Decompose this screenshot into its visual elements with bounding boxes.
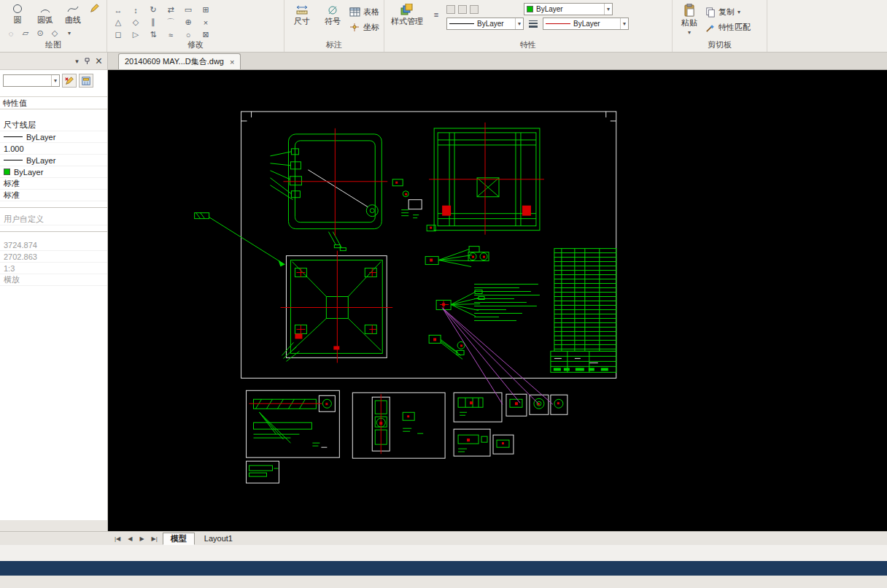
property-row[interactable]: 用户自定义 bbox=[0, 214, 107, 225]
property-row[interactable]: 横放 bbox=[0, 274, 107, 286]
linetype-preview bbox=[4, 136, 23, 137]
calculator-button[interactable] bbox=[79, 74, 93, 88]
color-swatch-icon bbox=[4, 169, 10, 175]
property-row[interactable]: 2702.863 bbox=[0, 251, 107, 263]
curve-label: 曲线 bbox=[65, 15, 81, 26]
paste-button[interactable]: 粘贴 ▾ bbox=[676, 1, 702, 36]
property-value: ByLayer bbox=[26, 133, 55, 142]
palette-body: ▾ 特性值 尺寸线层 bbox=[0, 69, 107, 520]
modify-tool-icon: ↻ bbox=[150, 5, 156, 15]
modify-tool-button[interactable]: ⌒ bbox=[163, 16, 178, 28]
curve-button[interactable]: 曲线 bbox=[59, 1, 87, 26]
modify-tool-icon: ⊞ bbox=[202, 5, 209, 15]
table-button[interactable]: 表格 bbox=[349, 5, 379, 19]
props-mini-icon[interactable] bbox=[446, 5, 455, 14]
property-row[interactable]: 标准 bbox=[0, 190, 107, 201]
property-row[interactable]: ByLayer bbox=[0, 166, 107, 178]
model-canvas[interactable] bbox=[108, 70, 887, 531]
modify-tool-button[interactable]: △ bbox=[111, 16, 125, 28]
modify-tool-button[interactable]: ▭ bbox=[181, 4, 195, 16]
modify-tool-button[interactable]: ⇄ bbox=[163, 4, 178, 16]
property-row[interactable]: 尺寸线层 bbox=[0, 120, 107, 131]
property-row[interactable]: 1.000 bbox=[0, 143, 107, 155]
property-value: 标准 bbox=[4, 190, 20, 201]
property-value: 标准 bbox=[4, 178, 20, 189]
modify-tool-button[interactable]: ⊕ bbox=[181, 16, 195, 28]
chevron-down-icon: ▾ bbox=[688, 29, 691, 36]
dimension-label: 尺寸 bbox=[294, 16, 310, 27]
linetype2-value: ByLayer bbox=[573, 20, 600, 28]
property-value: ByLayer bbox=[26, 156, 55, 165]
chevron-down-icon[interactable]: ▾ bbox=[75, 58, 79, 65]
chevron-down-icon: ▾ bbox=[51, 75, 59, 86]
property-row[interactable]: ByLayer bbox=[0, 155, 107, 166]
draw-tool-icon: ⊙ bbox=[36, 28, 43, 38]
dimension-button[interactable]: 尺寸 bbox=[288, 1, 316, 34]
coordinate-label: 坐标 bbox=[363, 22, 379, 33]
modify-tool-button[interactable]: ↔ bbox=[111, 4, 125, 16]
style-manager-icon bbox=[400, 4, 414, 15]
close-icon[interactable]: × bbox=[230, 58, 234, 66]
next-tab-button[interactable]: ▶ bbox=[136, 535, 147, 542]
match-properties-icon bbox=[705, 23, 716, 33]
property-row[interactable]: 3724.874 bbox=[0, 239, 107, 251]
property-row[interactable]: 标准 bbox=[0, 178, 107, 190]
command-bar[interactable] bbox=[0, 561, 887, 576]
linetype-value: ByLayer bbox=[477, 20, 504, 28]
lineweight-button[interactable] bbox=[527, 18, 540, 30]
property-value: 横放 bbox=[4, 274, 20, 285]
draw-tool-button[interactable]: ⊙ bbox=[33, 27, 47, 39]
annotate-panel-label: 标注 bbox=[284, 39, 384, 50]
paste-label: 粘贴 bbox=[681, 18, 697, 28]
modify-tool-icon: ◇ bbox=[133, 18, 139, 27]
draw-tool-button[interactable]: ◌ bbox=[4, 27, 18, 39]
props-mini-icon[interactable] bbox=[470, 5, 479, 14]
selection-dropdown[interactable]: ▾ bbox=[3, 74, 60, 87]
symbol-button[interactable]: 符号 bbox=[319, 1, 346, 34]
pin-icon[interactable] bbox=[84, 58, 90, 65]
document-tab-strip: 20140609 MAY...D集合.dwg × bbox=[108, 53, 887, 70]
tab-layout1[interactable]: Layout1 bbox=[196, 533, 241, 545]
property-row[interactable]: ByLayer bbox=[0, 131, 107, 143]
props-mini-icon[interactable] bbox=[458, 5, 467, 14]
modify-tool-icon: ∥ bbox=[151, 18, 155, 27]
modify-tool-button[interactable]: ⊞ bbox=[198, 4, 213, 16]
styles-overflow-button[interactable]: ≡ bbox=[430, 9, 442, 20]
ribbon-filler bbox=[767, 0, 887, 52]
linetype-dropdown[interactable]: ByLayer ▾ bbox=[446, 18, 524, 30]
paste-icon bbox=[683, 4, 695, 17]
previous-tab-button[interactable]: ◀ bbox=[124, 535, 136, 542]
pencil-tool-button[interactable] bbox=[87, 1, 101, 14]
cad-drawing bbox=[108, 70, 887, 531]
curve-icon bbox=[67, 4, 79, 14]
match-properties-button[interactable]: 特性匹配 bbox=[705, 20, 751, 34]
modify-tool-button[interactable]: ↻ bbox=[146, 4, 160, 16]
document-tab[interactable]: 20140609 MAY...D集合.dwg × bbox=[118, 53, 241, 69]
modify-tool-icon: ↔ bbox=[115, 6, 123, 15]
property-row[interactable]: 1:3 bbox=[0, 263, 107, 274]
tab-model[interactable]: 模型 bbox=[163, 533, 195, 545]
ribbon-panel-properties: 样式管理 ≡ ByLayer ▾ bbox=[384, 0, 673, 52]
property-value: 3724.874 bbox=[4, 241, 37, 249]
coordinate-button[interactable]: 坐标 bbox=[349, 20, 379, 34]
linetype2-dropdown[interactable]: ByLayer ▾ bbox=[543, 18, 629, 30]
arc-label: 圆弧 bbox=[37, 15, 53, 26]
color-dropdown[interactable]: ByLayer ▾ bbox=[524, 3, 613, 15]
first-tab-button[interactable]: |◀ bbox=[111, 535, 124, 542]
arc-icon bbox=[39, 4, 51, 14]
modify-tool-button[interactable]: × bbox=[198, 16, 213, 28]
draw-tool-button[interactable]: ◇ bbox=[47, 27, 62, 39]
style-manager-button[interactable]: 样式管理 bbox=[388, 1, 426, 27]
arc-button[interactable]: 圆弧 bbox=[31, 1, 59, 26]
draw-more-button[interactable]: ▾ bbox=[62, 27, 77, 39]
palette-separator bbox=[0, 231, 107, 232]
circle-button[interactable]: 圆 bbox=[4, 1, 31, 26]
quick-select-button[interactable] bbox=[62, 74, 77, 88]
modify-tool-button[interactable]: ↕ bbox=[128, 4, 143, 16]
copy-button[interactable]: 复制 ▾ bbox=[705, 5, 751, 19]
last-tab-button[interactable]: ▶| bbox=[148, 535, 161, 542]
draw-tool-button[interactable]: ▱ bbox=[18, 27, 33, 39]
close-icon[interactable]: × bbox=[96, 55, 102, 68]
modify-tool-button[interactable]: ◇ bbox=[128, 16, 143, 28]
modify-tool-button[interactable]: ∥ bbox=[146, 16, 160, 28]
